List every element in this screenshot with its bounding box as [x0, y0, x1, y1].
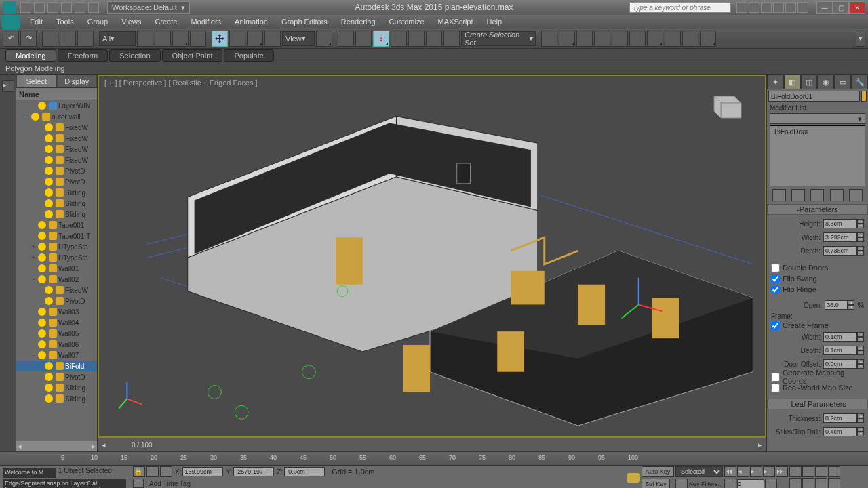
- unlink-button[interactable]: [60, 30, 76, 47]
- material-editor-button[interactable]: [647, 30, 663, 47]
- key-step-button[interactable]: [724, 479, 736, 489]
- menu-tools[interactable]: Tools: [50, 15, 81, 28]
- visibility-icon[interactable]: [45, 384, 53, 392]
- workspace-dropdown[interactable]: Workspace: Default ▾: [107, 1, 190, 14]
- ribbon-panel-label[interactable]: Polygon Modeling: [5, 64, 64, 73]
- selection-lock-button[interactable]: [160, 466, 172, 477]
- expand-icon[interactable]: +: [30, 254, 37, 261]
- ribbon-tab-modeling[interactable]: Modeling: [5, 49, 56, 62]
- align-button[interactable]: [559, 30, 575, 47]
- visibility-icon[interactable]: [38, 340, 46, 348]
- rail-spinner[interactable]: [823, 427, 857, 436]
- goto-start-button[interactable]: ⏮: [724, 466, 736, 477]
- schematic-view-button[interactable]: [629, 30, 646, 47]
- object-name-input[interactable]: [768, 91, 860, 102]
- tree-item[interactable]: Sliding: [16, 382, 97, 393]
- tree-item[interactable]: PivotD: [16, 296, 97, 306]
- setkey-button[interactable]: Set Key: [642, 479, 670, 489]
- tree-item[interactable]: PivotD: [16, 371, 97, 382]
- visibility-icon[interactable]: [45, 145, 53, 153]
- select-by-name-button[interactable]: [155, 30, 171, 47]
- bind-spacewarp-button[interactable]: [77, 30, 94, 47]
- tree-item[interactable]: Wall04: [16, 317, 97, 328]
- visibility-icon[interactable]: [38, 264, 46, 272]
- width-spinner[interactable]: [823, 232, 857, 242]
- flip-hinge-checkbox[interactable]: [771, 285, 780, 294]
- spinner-snap-button[interactable]: [426, 30, 442, 47]
- time-slider[interactable]: ◂ 0 / 100 ▸: [98, 438, 766, 451]
- redo-button[interactable]: ↷: [20, 30, 37, 47]
- zoom-button[interactable]: [789, 466, 802, 477]
- tree-item[interactable]: FixedW: [16, 144, 97, 155]
- qat-new-icon[interactable]: [20, 2, 31, 13]
- viewport[interactable]: [ + ] [ Perspective ] [ Realistic + Edge…: [98, 75, 766, 451]
- rendered-frame-button[interactable]: [682, 30, 698, 47]
- keyboard-shortcut-button[interactable]: [355, 30, 372, 47]
- qat-save-icon[interactable]: [47, 2, 58, 13]
- link-button[interactable]: [42, 30, 58, 47]
- tree-item[interactable]: FixedW: [16, 155, 97, 165]
- scene-hscrollbar[interactable]: ◂▸: [16, 441, 97, 451]
- visibility-icon[interactable]: [45, 199, 53, 207]
- door-offset-spinner[interactable]: [823, 359, 857, 369]
- app-logo[interactable]: [3, 1, 16, 14]
- visibility-icon[interactable]: [45, 156, 53, 164]
- visibility-icon[interactable]: [38, 243, 46, 251]
- expand-icon[interactable]: +: [30, 243, 37, 250]
- key-filter-dropdown[interactable]: Selected: [675, 466, 723, 477]
- toggle-ribbon-button[interactable]: [594, 30, 610, 47]
- visibility-icon[interactable]: [38, 319, 46, 327]
- tree-item[interactable]: BiFold: [16, 361, 97, 371]
- maximize-button[interactable]: ▢: [833, 1, 849, 14]
- scene-tab-display[interactable]: Display: [57, 75, 98, 87]
- render-setup-button[interactable]: [665, 30, 681, 47]
- visibility-icon[interactable]: [38, 221, 46, 229]
- utilities-tab[interactable]: 🔧: [851, 75, 868, 89]
- tree-item[interactable]: -outer wall: [16, 111, 97, 122]
- time-tag-button[interactable]: [133, 479, 144, 488]
- visibility-icon[interactable]: [45, 188, 53, 197]
- orbit-button[interactable]: [815, 478, 827, 488]
- qat-open-icon[interactable]: [34, 2, 45, 13]
- z-coord-input[interactable]: [284, 467, 325, 476]
- select-region-button[interactable]: [172, 30, 189, 47]
- selection-filter-dropdown[interactable]: All ▾: [99, 31, 136, 46]
- curve-editor-button[interactable]: [612, 30, 628, 47]
- zoom-all-button[interactable]: [802, 466, 814, 477]
- height-spinner[interactable]: [823, 219, 857, 228]
- menu-maxscript[interactable]: MAXScript: [431, 15, 480, 28]
- percent-snap-button[interactable]: [408, 30, 425, 47]
- exchange-icon[interactable]: [761, 2, 772, 13]
- visibility-icon[interactable]: [45, 167, 53, 175]
- show-end-button[interactable]: [791, 189, 805, 201]
- ribbon-tab-freeform[interactable]: Freeform: [58, 49, 108, 62]
- tree-item[interactable]: -Wall02: [16, 274, 97, 285]
- edit-named-sel-button[interactable]: [443, 30, 460, 47]
- ribbon-tab-selection[interactable]: Selection: [109, 49, 160, 62]
- fov-button[interactable]: [789, 478, 802, 488]
- pan-button[interactable]: [802, 478, 814, 488]
- zoom-extents-button[interactable]: [815, 466, 827, 477]
- frame-depth-spinner[interactable]: [823, 346, 857, 355]
- menu-rendering[interactable]: Rendering: [334, 15, 382, 28]
- visibility-icon[interactable]: [38, 253, 46, 262]
- mirror-button[interactable]: [541, 30, 557, 47]
- select-object-button[interactable]: [137, 30, 153, 47]
- tree-item[interactable]: -Wall07: [16, 350, 97, 361]
- tree-item[interactable]: Tape001.T: [16, 230, 97, 241]
- visibility-icon[interactable]: [45, 373, 53, 381]
- display-tab[interactable]: ▭: [834, 75, 851, 89]
- depth-spinner[interactable]: [823, 246, 857, 256]
- tree-item[interactable]: Sliding: [16, 209, 97, 220]
- visibility-icon[interactable]: [38, 275, 46, 283]
- tree-item[interactable]: Sliding: [16, 198, 97, 209]
- visibility-icon[interactable]: [45, 297, 53, 305]
- infocenter-icon[interactable]: [736, 2, 747, 13]
- named-selection-dropdown[interactable]: Create Selection Set ▾: [461, 31, 536, 46]
- render-button[interactable]: [700, 30, 716, 47]
- select-place-button[interactable]: [264, 30, 281, 47]
- visibility-icon[interactable]: [38, 351, 46, 359]
- menu-group[interactable]: Group: [81, 15, 115, 28]
- autokey-button[interactable]: Auto Key: [642, 466, 674, 477]
- maximize-viewport-button[interactable]: [828, 478, 840, 488]
